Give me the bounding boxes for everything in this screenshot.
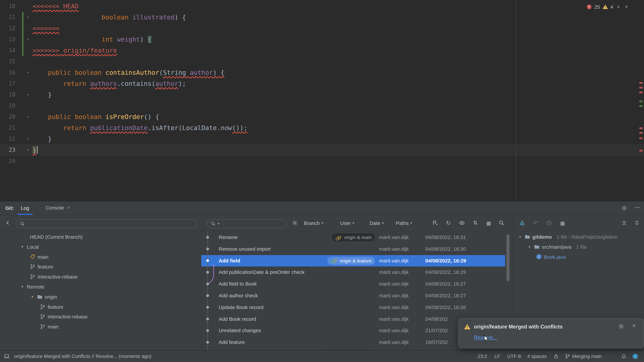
expand-all-icon[interactable] — [634, 220, 640, 226]
branch-row[interactable]: ▾Local — [14, 242, 201, 252]
find-commit-icon[interactable] — [498, 220, 504, 226]
line-number[interactable]: 15 — [0, 56, 16, 67]
back-icon[interactable]: ‹ — [4, 218, 12, 227]
cherry-pick-icon[interactable] — [519, 220, 525, 226]
code-text[interactable]: return authors.contains(author); — [32, 78, 186, 89]
commit-row[interactable]: Add publicationDate & preOrder checkmari… — [201, 267, 505, 278]
hide-tool-window-icon[interactable]: — — [634, 204, 641, 210]
inspections-widget[interactable]: 25 4 ∧ ∨ — [586, 3, 629, 10]
view-options-icon[interactable]: ▦ — [486, 220, 492, 226]
error-mark[interactable] — [639, 127, 643, 129]
next-problem-icon[interactable]: ∨ — [624, 4, 629, 9]
code-line[interactable]: 20▾ public boolean isPreOrder() { — [0, 111, 644, 122]
file-row[interactable]: ▾src/main/java1 file — [513, 242, 644, 252]
file-row[interactable]: CBook.java — [513, 252, 644, 262]
refresh-icon[interactable]: ↻ — [446, 220, 452, 226]
status-message[interactable]: origin/feature Merged with Conflicts // … — [14, 351, 152, 362]
preview-icon[interactable] — [459, 220, 465, 226]
code-line[interactable]: 11▾ boolean illustrated) { — [0, 12, 644, 23]
tab-log[interactable]: Log — [18, 201, 32, 215]
error-mark[interactable] — [639, 150, 643, 151]
close-icon[interactable]: × — [66, 205, 71, 211]
layout-icon[interactable] — [4, 354, 10, 359]
line-number[interactable]: 18 — [0, 89, 16, 100]
paths-filter[interactable]: Paths ▾ — [396, 215, 412, 231]
error-mark[interactable] — [639, 82, 643, 84]
line-number[interactable]: 13 — [0, 34, 16, 45]
chevron-down-icon[interactable]: ▾ — [518, 235, 522, 239]
branch-row[interactable]: feature — [14, 302, 201, 312]
chevron-down-icon[interactable]: ▾ — [20, 285, 25, 289]
fold-icon[interactable]: ▾ — [25, 89, 31, 100]
error-stripe[interactable] — [638, 0, 644, 201]
line-number[interactable]: 21 — [0, 122, 16, 133]
commit-row[interactable]: Renameorigin & mainmarit.van.dijk04/08/2… — [201, 232, 505, 243]
lock-icon[interactable] — [554, 354, 559, 359]
chevron-down-icon[interactable]: ▾ — [527, 245, 532, 249]
commit-row[interactable]: Add fieldorigin & featuremarit.van.dijk0… — [201, 255, 505, 266]
chevron-down-icon[interactable]: ▾ — [30, 295, 35, 299]
history-icon[interactable] — [546, 220, 552, 226]
change-mark[interactable] — [639, 105, 643, 107]
bookmark-icon[interactable] — [432, 220, 438, 226]
branch-row[interactable]: HEAD (Current Branch) — [14, 232, 201, 242]
code-text[interactable]: <<<<<<< HEAD — [32, 1, 79, 12]
code-text[interactable]: boolean illustrated) { — [32, 12, 186, 23]
code-line[interactable]: 17 return authors.contains(author); — [0, 78, 644, 89]
code-text[interactable]: ======= — [32, 23, 59, 34]
prev-problem-icon[interactable]: ∧ — [616, 4, 621, 9]
notification-settings-icon[interactable] — [618, 324, 624, 330]
code-text[interactable]: return publicationDate.isAfter(LocalDate… — [32, 122, 247, 133]
fold-icon[interactable]: ▾ — [25, 144, 31, 156]
code-line[interactable]: 19 — [0, 100, 644, 111]
chevron-down-icon[interactable]: ▾ — [20, 245, 25, 249]
tab-console[interactable]: Console × — [42, 201, 74, 214]
code-text[interactable]: int weight) { — [32, 34, 152, 45]
error-mark[interactable] — [639, 132, 643, 134]
line-number[interactable]: 19 — [0, 100, 16, 111]
code-line[interactable]: 12======= — [0, 23, 644, 34]
file-encoding[interactable]: UTF-8 — [507, 351, 521, 362]
update-indicator-icon[interactable]: ↑ — [632, 354, 638, 359]
line-number[interactable]: 10 — [0, 1, 16, 12]
collapse-all-icon[interactable] — [621, 220, 627, 226]
line-number[interactable]: 11 — [0, 12, 16, 23]
diff-preview-icon[interactable]: ▦ — [560, 220, 566, 226]
tool-window-settings-icon[interactable] — [621, 205, 627, 211]
branch-row[interactable]: ▾Remote — [14, 282, 201, 292]
sort-icon[interactable]: ⇅ — [472, 220, 478, 226]
commit-row[interactable]: Add field to Bookmarit.van.dijk04/08/202… — [201, 278, 505, 290]
line-number[interactable]: 22 — [0, 133, 16, 144]
commit-search-input[interactable]: ▾ — [207, 219, 287, 228]
code-line[interactable]: 23▾} — [0, 144, 644, 156]
branch-row[interactable]: interactive-rebase — [14, 312, 201, 322]
scrollbar-thumb[interactable] — [506, 234, 510, 281]
date-filter[interactable]: Date ▾ — [370, 215, 384, 231]
fold-icon[interactable]: ▾ — [25, 111, 31, 122]
close-icon[interactable]: × — [631, 323, 637, 329]
filter-settings-icon[interactable] — [292, 220, 298, 226]
fold-icon[interactable]: ▾ — [25, 67, 31, 78]
line-number[interactable]: 24 — [0, 156, 16, 167]
fold-icon[interactable]: ▾ — [25, 34, 31, 45]
code-line[interactable]: 10<<<<<<< HEAD — [0, 1, 644, 12]
code-text[interactable]: } — [32, 133, 52, 144]
branch-row[interactable]: ▾origin — [14, 292, 201, 302]
caret-position[interactable]: 23:2 — [478, 351, 487, 362]
code-text[interactable]: } — [32, 144, 38, 156]
branch-filter[interactable]: Branch ▾ — [304, 215, 323, 231]
change-mark[interactable] — [639, 100, 643, 102]
branch-row[interactable]: main — [14, 322, 201, 332]
branch-search-input[interactable] — [16, 219, 197, 228]
line-number[interactable]: 16 — [0, 67, 16, 78]
code-line[interactable]: 24 — [0, 156, 644, 167]
undo-icon[interactable]: ↶ — [533, 220, 539, 226]
line-number[interactable]: 23 — [0, 144, 16, 156]
code-line[interactable]: 18▾ } — [0, 89, 644, 100]
fold-icon[interactable]: ▾ — [25, 12, 31, 23]
branch-row[interactable]: interactive-rebase — [14, 272, 201, 282]
code-text[interactable]: public boolean isPreOrder() { — [32, 111, 159, 122]
user-filter[interactable]: User ▾ — [340, 215, 354, 231]
code-text[interactable]: public boolean containsAuthor(String aut… — [32, 67, 224, 78]
code-line[interactable]: 15 — [0, 56, 644, 67]
